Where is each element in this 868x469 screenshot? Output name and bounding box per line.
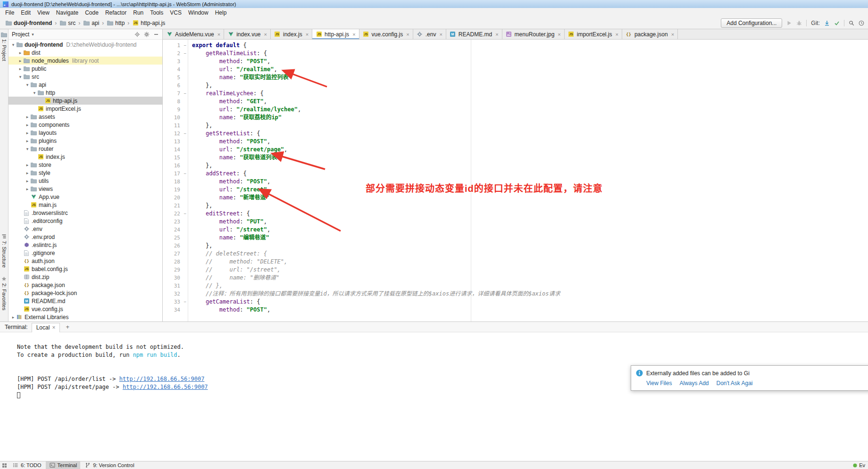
close-icon[interactable]: × bbox=[495, 32, 498, 37]
fold-icon[interactable]: − bbox=[184, 170, 186, 178]
fold-icon[interactable]: − bbox=[184, 130, 186, 138]
close-icon[interactable]: × bbox=[406, 32, 409, 37]
terminal-link[interactable]: http://192.168.66.56:9007 bbox=[119, 376, 205, 382]
tree-item-babel-config-js[interactable]: JSbabel.config.js bbox=[8, 265, 162, 273]
tree-item-src[interactable]: ▾src bbox=[8, 73, 162, 81]
menu-code[interactable]: Code bbox=[82, 8, 102, 17]
tab-package-json[interactable]: {}package.json× bbox=[622, 29, 678, 39]
terminal-output[interactable]: Note that the development build is not o… bbox=[0, 332, 868, 461]
tree-item-index-js[interactable]: JSindex.js bbox=[8, 153, 162, 161]
chevron-right-icon[interactable]: ▸ bbox=[10, 315, 16, 320]
tab-readme-md[interactable]: MREADME.md× bbox=[446, 29, 502, 39]
tree-item-importexcel-js[interactable]: JSimportExcel.js bbox=[8, 105, 162, 113]
close-icon[interactable]: × bbox=[558, 32, 560, 37]
code-area[interactable]: 1−2−34567−89101112−1314151617−1819202122… bbox=[163, 40, 868, 321]
close-icon[interactable]: × bbox=[217, 32, 220, 37]
tree-item-views[interactable]: ▸views bbox=[8, 185, 162, 193]
tree-item-env-prod[interactable]: .env.prod bbox=[8, 233, 162, 241]
add-configuration-button[interactable]: Add Configuration... bbox=[721, 18, 782, 28]
tree-item-browserslistrc[interactable]: .browserslistrc bbox=[8, 209, 162, 217]
tree-item-env[interactable]: .env bbox=[8, 225, 162, 233]
terminal-tab-local[interactable]: Local × bbox=[32, 323, 60, 332]
tree-item-gitignore[interactable]: .gitignore bbox=[8, 249, 162, 257]
git-commit-icon[interactable] bbox=[834, 20, 840, 26]
run-button[interactable] bbox=[786, 20, 792, 26]
tree-item-auth-json[interactable]: {}auth.json bbox=[8, 257, 162, 265]
tree-item-router[interactable]: ▾router bbox=[8, 145, 162, 153]
breadcrumb-api[interactable]: api bbox=[82, 19, 100, 27]
terminal-link[interactable]: http://192.168.66.56:9007 bbox=[123, 384, 208, 390]
chevron-right-icon[interactable]: ▸ bbox=[25, 171, 30, 175]
close-icon[interactable]: × bbox=[264, 32, 267, 37]
tree-item-api[interactable]: ▾api bbox=[8, 81, 162, 89]
menu-navigate[interactable]: Navigate bbox=[53, 8, 82, 17]
tree-item-editorconfig[interactable]: .editorconfig bbox=[8, 217, 162, 225]
tree-item-readme-md[interactable]: MREADME.md bbox=[8, 297, 162, 305]
tree-item-app-vue[interactable]: App.vue bbox=[8, 193, 162, 201]
close-icon[interactable]: × bbox=[52, 324, 55, 331]
chevron-down-icon[interactable]: ▾ bbox=[25, 147, 30, 151]
menu-edit[interactable]: Edit bbox=[17, 8, 34, 17]
chevron-right-icon[interactable]: ▸ bbox=[25, 115, 30, 119]
tab-http-api-js[interactable]: JShttp-api.js× bbox=[312, 29, 359, 39]
debug-button[interactable] bbox=[796, 20, 802, 26]
new-terminal-session-button[interactable]: + bbox=[64, 323, 71, 330]
chevron-right-icon[interactable]: ▸ bbox=[25, 123, 30, 127]
menu-refactor[interactable]: Refactor bbox=[102, 8, 130, 17]
tree-item-vue-config-js[interactable]: JSvue.config.js bbox=[8, 305, 162, 313]
tree-item-assets[interactable]: ▸assets bbox=[8, 113, 162, 121]
menu-window[interactable]: Window bbox=[185, 8, 212, 17]
breadcrumb-src[interactable]: src bbox=[58, 19, 77, 27]
tree-item-http-api-js[interactable]: JShttp-api.js bbox=[8, 97, 162, 105]
tree-item-package-lock-json[interactable]: {}package-lock.json bbox=[8, 289, 162, 297]
close-icon[interactable]: × bbox=[306, 32, 309, 37]
local-history-icon[interactable] bbox=[859, 20, 864, 26]
editor-code[interactable]: export default { getRealTimeList: { meth… bbox=[188, 40, 868, 321]
tool-stripe-1-project[interactable]: 1: Project bbox=[1, 32, 8, 61]
notification-action-don-t-ask-agai[interactable]: Don't Ask Agai bbox=[717, 380, 753, 387]
chevron-down-icon[interactable]: ▾ bbox=[17, 74, 23, 79]
tree-item-http[interactable]: ▾http bbox=[8, 89, 162, 97]
notification-action-view-files[interactable]: View Files bbox=[646, 380, 672, 387]
tab-env[interactable]: .env× bbox=[413, 29, 446, 39]
tab-menurouter-jpg[interactable]: menuRouter.jpg× bbox=[502, 29, 565, 39]
tab-asidemenu-vue[interactable]: AsideMenu.vue× bbox=[163, 29, 224, 39]
fold-icon[interactable]: − bbox=[184, 41, 186, 49]
tree-item-layouts[interactable]: ▸layouts bbox=[8, 129, 162, 137]
chevron-right-icon[interactable]: ▸ bbox=[25, 131, 30, 135]
tree-item-package-json[interactable]: {}package.json bbox=[8, 281, 162, 289]
breadcrumb-http[interactable]: http bbox=[105, 19, 126, 27]
fold-icon[interactable]: − bbox=[184, 298, 186, 306]
tool-stripe-7-structure[interactable]: 7: Structure bbox=[1, 234, 8, 268]
search-everywhere-icon[interactable] bbox=[849, 20, 854, 26]
git-update-icon[interactable] bbox=[824, 20, 830, 26]
toolwindow-switcher-icon[interactable] bbox=[2, 463, 7, 468]
tree-item-duoji-frontend[interactable]: ▾duoji-frontendD:\zheheWeb\duoji-fronten… bbox=[8, 41, 162, 49]
menu-help[interactable]: Help bbox=[212, 8, 230, 17]
tree-item-dist[interactable]: ▸dist bbox=[8, 49, 162, 57]
close-icon[interactable]: × bbox=[439, 32, 442, 37]
toolwindow-terminal[interactable]: Terminal bbox=[46, 461, 81, 469]
fold-icon[interactable]: − bbox=[184, 90, 186, 98]
chevron-right-icon[interactable]: ▸ bbox=[17, 50, 23, 55]
chevron-down-icon[interactable]: ▾ bbox=[32, 32, 34, 37]
event-log-button[interactable]: Ev bbox=[853, 462, 866, 468]
tab-index-js[interactable]: JSindex.js× bbox=[271, 29, 312, 39]
tree-item-eslintrc-js[interactable]: .eslintrc.js bbox=[8, 241, 162, 249]
project-panel-title[interactable]: Project bbox=[12, 31, 29, 38]
menu-view[interactable]: View bbox=[34, 8, 53, 17]
close-icon[interactable]: × bbox=[352, 32, 355, 37]
breadcrumb-http-api-js[interactable]: JShttp-api.js bbox=[131, 19, 167, 27]
tree-item-plugins[interactable]: ▸plugins bbox=[8, 137, 162, 145]
chevron-right-icon[interactable]: ▸ bbox=[17, 58, 23, 63]
tree-item-utils[interactable]: ▸utils bbox=[8, 177, 162, 185]
chevron-down-icon[interactable]: ▾ bbox=[10, 42, 16, 47]
tree-item-style[interactable]: ▸style bbox=[8, 169, 162, 177]
chevron-down-icon[interactable]: ▾ bbox=[25, 82, 30, 87]
menu-tools[interactable]: Tools bbox=[147, 8, 167, 17]
menu-run[interactable]: Run bbox=[130, 8, 147, 17]
hide-panel-icon[interactable] bbox=[153, 32, 159, 37]
tab-vue-config-js[interactable]: JSvue.config.js× bbox=[359, 29, 413, 39]
chevron-right-icon[interactable]: ▸ bbox=[25, 187, 30, 191]
tool-stripe-2-favorites[interactable]: 2: Favorites bbox=[1, 276, 8, 310]
